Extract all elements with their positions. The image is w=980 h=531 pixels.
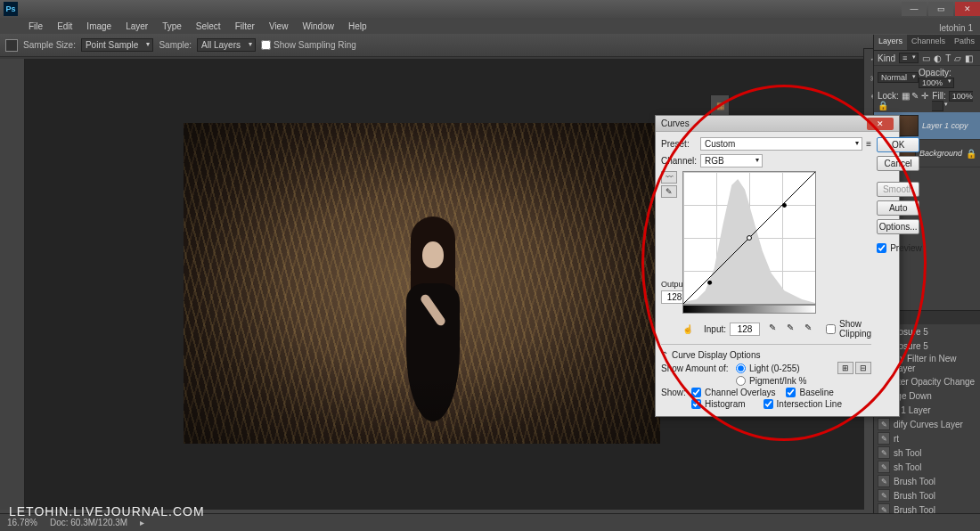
black-point-eyedropper-icon[interactable]: ✎ xyxy=(769,323,781,335)
sample-label: Sample: xyxy=(159,40,192,50)
history-item[interactable]: ✎rt xyxy=(874,431,980,445)
white-point-eyedropper-icon[interactable]: ✎ xyxy=(804,323,817,335)
pigment-radio[interactable] xyxy=(736,376,746,386)
menu-window[interactable]: Window xyxy=(295,20,341,33)
sample-size-select[interactable]: Point Sample xyxy=(81,38,153,52)
curve-point-tool-icon[interactable]: 〰 xyxy=(661,171,677,184)
menu-type[interactable]: Type xyxy=(155,20,189,33)
menu-select[interactable]: Select xyxy=(189,20,228,33)
grid-detailed-icon[interactable]: ⊟ xyxy=(855,362,871,374)
auto-button[interactable]: Auto xyxy=(877,200,919,216)
filter-adjust-icon[interactable]: ◐ xyxy=(934,53,942,63)
baseline-checkbox[interactable] xyxy=(786,388,796,397)
cancel-button[interactable]: Cancel xyxy=(877,156,919,171)
history-item[interactable]: ✎sh Tool xyxy=(874,445,980,460)
history-step-icon: ✎ xyxy=(878,489,890,502)
show-ring-checkbox[interactable] xyxy=(261,40,271,50)
menu-file[interactable]: File xyxy=(21,20,50,33)
dialog-title: Curves xyxy=(661,118,690,128)
expand-icon[interactable]: ⌃ xyxy=(661,350,668,360)
filter-smart-icon[interactable]: ◧ xyxy=(965,53,973,63)
window-close[interactable]: ✕ xyxy=(955,2,980,16)
on-image-tool-icon[interactable]: ☝ xyxy=(682,324,693,334)
blend-mode-select[interactable]: Normal xyxy=(878,72,919,83)
channel-overlays-label: Channel Overlays xyxy=(705,388,775,397)
preview-checkbox[interactable] xyxy=(877,243,886,253)
svg-point-1 xyxy=(707,281,712,285)
menu-bar: File Edit Image Layer Type Select Filter… xyxy=(0,18,980,34)
tab-layers[interactable]: Layers xyxy=(874,35,907,50)
layer-name[interactable]: Background xyxy=(919,149,962,158)
preset-label: Preset: xyxy=(661,139,697,149)
tab-channels[interactable]: Channels xyxy=(907,35,950,50)
curve-pencil-tool-icon[interactable]: ✎ xyxy=(661,185,677,198)
filter-shape-icon[interactable]: ▱ xyxy=(954,53,961,63)
curves-graph[interactable] xyxy=(682,171,816,305)
show-ring-label: Show Sampling Ring xyxy=(274,40,356,50)
fill-label: Fill: xyxy=(932,91,946,101)
lock-label: Lock: xyxy=(878,91,899,101)
menu-view[interactable]: View xyxy=(262,20,296,33)
collapsed-panel-icon[interactable]: ▦ xyxy=(710,94,730,116)
history-item[interactable]: ✎dify Curves Layer xyxy=(874,417,980,431)
filter-pixel-icon[interactable]: ▭ xyxy=(922,53,930,63)
dialog-close-button[interactable]: ✕ xyxy=(867,118,894,130)
lock-pixels-icon[interactable]: ✎ xyxy=(911,91,919,101)
menu-image[interactable]: Image xyxy=(79,20,118,33)
menu-edit[interactable]: Edit xyxy=(50,20,79,33)
zoom-level[interactable]: 16.78% xyxy=(7,518,37,527)
tab-paths[interactable]: Paths xyxy=(950,35,979,50)
ruler-origin xyxy=(2,61,23,80)
lock-transparent-icon[interactable]: ▦ xyxy=(902,91,910,101)
options-bar: Sample Size: Point Sample Sample: All La… xyxy=(0,34,980,57)
svg-point-2 xyxy=(747,236,752,241)
filter-type-icon[interactable]: T xyxy=(945,53,951,63)
preset-menu-icon[interactable]: ≡ xyxy=(866,139,871,149)
history-step-icon: ✎ xyxy=(878,475,890,487)
opacity-input[interactable]: 100% xyxy=(919,78,954,88)
history-step-label: Brush Tool xyxy=(894,477,935,486)
menu-layer[interactable]: Layer xyxy=(118,20,155,33)
left-toolbar xyxy=(0,59,25,510)
opacity-label: Opacity: xyxy=(919,68,951,78)
window-minimize[interactable]: — xyxy=(902,2,927,16)
input-input[interactable] xyxy=(730,323,760,336)
light-label: Light (0-255) xyxy=(749,364,800,373)
options-button[interactable]: Options... xyxy=(877,219,919,234)
histogram-shape xyxy=(683,172,815,304)
doc-size[interactable]: Doc: 60.3M/120.3M xyxy=(50,518,127,527)
app-logo: Ps xyxy=(4,2,18,16)
display-options-label: Curve Display Options xyxy=(672,350,760,360)
watermark-text: LETOHIN.LIVEJOURNAL.COM xyxy=(9,504,205,519)
menu-filter[interactable]: Filter xyxy=(228,20,262,33)
workspace-selector[interactable]: letohin 1 xyxy=(939,23,973,33)
kind-filter[interactable]: ≡ xyxy=(899,53,919,63)
lock-icon: 🔒 xyxy=(966,149,976,159)
intersection-checkbox[interactable] xyxy=(764,399,773,409)
intersection-label: Intersection Line xyxy=(777,399,842,409)
layer-name[interactable]: Layer 1 copy xyxy=(922,121,968,130)
histogram-checkbox[interactable] xyxy=(691,399,701,409)
gray-point-eyedropper-icon[interactable]: ✎ xyxy=(787,323,799,335)
input-gradient[interactable] xyxy=(682,305,816,314)
lock-position-icon[interactable]: ✛ xyxy=(921,91,928,101)
channel-overlays-checkbox[interactable] xyxy=(691,388,701,397)
menu-help[interactable]: Help xyxy=(341,20,374,33)
lock-all-icon[interactable]: 🔒 xyxy=(878,101,888,110)
window-maximize[interactable]: ▭ xyxy=(928,2,953,16)
ok-button[interactable]: OK xyxy=(877,137,919,152)
history-item[interactable]: ✎sh Tool xyxy=(874,460,980,474)
smooth-button[interactable]: Smooth xyxy=(877,182,919,197)
show-amount-label: Show Amount of: xyxy=(661,364,732,373)
grid-simple-icon[interactable]: ⊞ xyxy=(837,362,853,374)
history-step-icon: ✎ xyxy=(878,418,890,430)
preset-select[interactable]: Custom xyxy=(700,137,862,151)
history-step-label: sh Tool xyxy=(894,448,922,458)
history-item[interactable]: ✎Brush Tool xyxy=(874,474,980,488)
show-clipping-checkbox[interactable] xyxy=(826,324,836,334)
sample-select[interactable]: All Layers xyxy=(197,38,256,52)
history-item[interactable]: ✎Brush Tool xyxy=(874,488,980,502)
light-radio[interactable] xyxy=(736,364,746,373)
pigment-label: Pigment/Ink % xyxy=(749,376,806,386)
channel-select[interactable]: RGB xyxy=(700,154,763,167)
